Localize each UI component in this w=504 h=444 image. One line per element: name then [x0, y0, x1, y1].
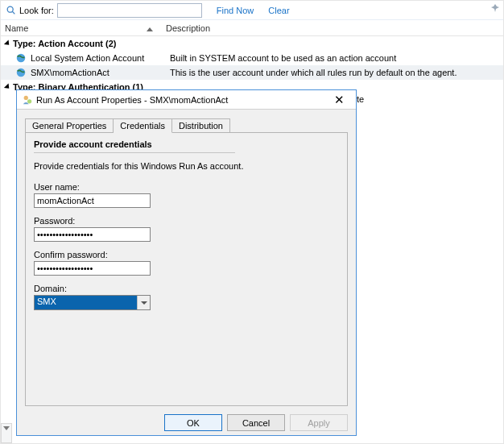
dropdown-button[interactable] — [137, 296, 150, 309]
item-name: SMX\momActionAct — [31, 68, 170, 77]
column-header-name[interactable]: Name — [1, 23, 158, 33]
run-as-account-dialog: Run As Account Properties - SMX\momActio… — [16, 89, 357, 436]
username-label: User name: — [34, 182, 339, 192]
password-label: Password: — [34, 216, 339, 226]
group-action-account[interactable]: Type: Action Account (2) — [1, 36, 503, 51]
tab-distribution[interactable]: Distribution — [172, 118, 230, 133]
find-now-link[interactable]: Find Now — [217, 6, 254, 15]
tab-strip: General Properties Credentials Distribut… — [25, 118, 348, 132]
svg-point-0 — [7, 6, 13, 12]
list-item[interactable]: SMX\momActionAct This is the user accoun… — [1, 65, 503, 80]
search-bar: Look for: Find Now Clear — [1, 1, 503, 20]
confirm-password-field[interactable] — [34, 261, 151, 276]
sort-ascending-icon — [147, 27, 153, 31]
domain-value: SMX — [35, 296, 137, 309]
chevron-down-icon — [141, 301, 147, 305]
credentials-panel: Provide account credentials Provide cred… — [25, 132, 348, 406]
section-title: Provide account credentials — [34, 139, 235, 153]
apply-button[interactable]: Apply — [290, 414, 348, 431]
clear-link[interactable]: Clear — [268, 6, 289, 15]
ok-button[interactable]: OK — [164, 414, 222, 431]
expand-icon — [4, 83, 11, 90]
close-button[interactable]: ✕ — [327, 93, 351, 107]
tab-credentials[interactable]: Credentials — [114, 118, 172, 133]
dialog-titlebar: Run As Account Properties - SMX\momActio… — [17, 90, 356, 110]
svg-line-1 — [12, 11, 14, 14]
pin-icon[interactable] — [490, 3, 500, 15]
tab-general-properties[interactable]: General Properties — [25, 118, 114, 133]
account-icon — [22, 94, 33, 106]
svg-point-5 — [27, 99, 31, 103]
truncated-text: te — [357, 94, 364, 104]
domain-combobox[interactable]: SMX — [34, 295, 151, 310]
scroll-down-button[interactable] — [1, 423, 12, 443]
group-action-account-label: Type: Action Account (2) — [13, 39, 117, 48]
dialog-button-row: OK Cancel Apply — [17, 414, 356, 439]
chevron-down-icon — [3, 426, 10, 430]
globe-icon — [15, 67, 27, 78]
item-description: This is the user account under which all… — [170, 68, 457, 77]
cancel-button[interactable]: Cancel — [227, 414, 285, 431]
username-field[interactable] — [34, 193, 151, 208]
search-icon — [6, 5, 17, 16]
item-description: Built in SYSTEM account to be used as an… — [170, 53, 396, 63]
search-input[interactable] — [57, 3, 202, 18]
column-header-description[interactable]: Description — [158, 23, 210, 33]
column-header-row: Name Description — [1, 20, 503, 36]
svg-point-4 — [24, 95, 28, 99]
column-header-name-label: Name — [5, 23, 28, 33]
globe-icon — [15, 52, 27, 64]
item-name: Local System Action Account — [31, 53, 170, 63]
column-header-description-label: Description — [166, 23, 210, 33]
search-label: Look for: — [19, 6, 54, 15]
section-description: Provide credentials for this Windows Run… — [34, 161, 339, 171]
domain-label: Domain: — [34, 284, 339, 293]
expand-icon — [4, 39, 11, 47]
list-item[interactable]: Local System Action Account Built in SYS… — [1, 51, 503, 65]
password-field[interactable] — [34, 227, 151, 242]
confirm-password-label: Confirm password: — [34, 250, 339, 259]
dialog-title: Run As Account Properties - SMX\momActio… — [36, 95, 327, 105]
